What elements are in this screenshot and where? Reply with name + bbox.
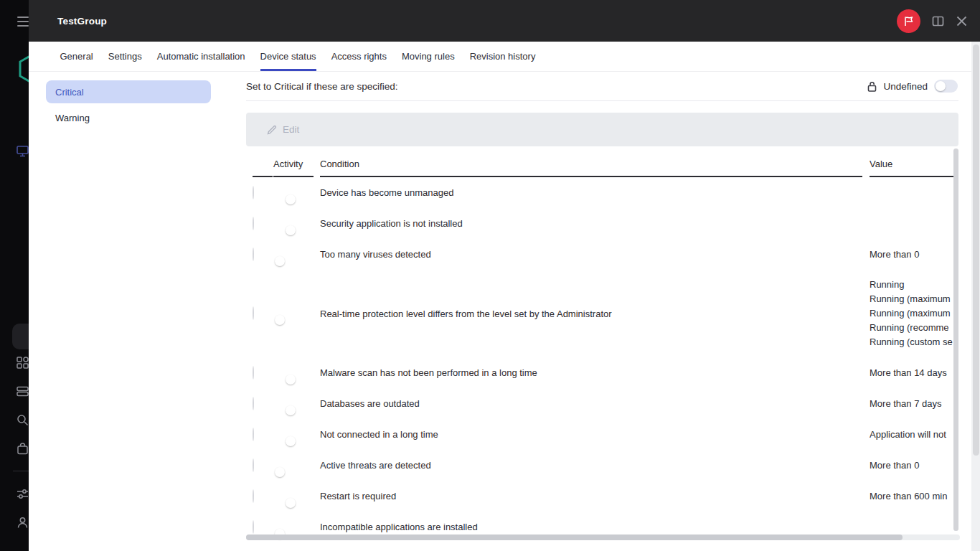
left-nav-rail xyxy=(0,0,29,551)
pencil-icon xyxy=(267,125,277,135)
rail-divider xyxy=(13,471,29,471)
condition-text: Active threats are detected xyxy=(320,460,870,471)
column-select xyxy=(246,151,273,177)
condition-value: More than 14 days xyxy=(870,358,953,388)
table-vertical-scrollbar-thumb[interactable] xyxy=(953,149,958,531)
condition-value xyxy=(870,216,953,232)
inherit-toggle[interactable] xyxy=(934,80,958,93)
value-line: Running (recomme xyxy=(870,321,953,335)
table-row: Databases are outdated More than 7 days xyxy=(246,388,958,419)
condition-text: Databases are outdated xyxy=(320,398,870,409)
close-icon[interactable] xyxy=(956,15,968,27)
value-line: More than 0 xyxy=(870,458,953,473)
value-line: Application will not xyxy=(870,428,953,442)
table-row: Not connected in a long time Application… xyxy=(246,419,958,450)
condition-value: More than 600 min xyxy=(870,481,953,512)
screen: TestGroup General Settings Automatic ins… xyxy=(0,0,980,551)
subnav-item-warning[interactable]: Warning xyxy=(46,106,211,129)
table-row: Real-time protection level differs from … xyxy=(246,270,958,357)
subnav-item-critical[interactable]: Critical xyxy=(46,80,211,103)
tab-moving-rules[interactable]: Moving rules xyxy=(402,42,455,71)
column-activity: Activity xyxy=(273,151,320,177)
row-select-radio[interactable] xyxy=(253,186,254,199)
table-horizontal-scrollbar-thumb[interactable] xyxy=(246,534,903,540)
tab-revision-history[interactable]: Revision history xyxy=(470,42,536,71)
condition-text: Security application is not installed xyxy=(320,218,870,229)
value-line: Running (custom se xyxy=(870,335,953,349)
table-vertical-scrollbar xyxy=(953,149,958,531)
condition-text: Too many viruses detected xyxy=(320,249,870,260)
user-icon[interactable] xyxy=(17,517,29,529)
row-select-radio[interactable] xyxy=(253,458,254,472)
tab-general[interactable]: General xyxy=(60,42,93,71)
condition-text: Incompatible applications are installed xyxy=(320,522,870,532)
status-subnav: Critical Warning xyxy=(29,72,244,129)
unlocked-padlock-icon xyxy=(867,81,877,92)
tab-settings[interactable]: Settings xyxy=(108,42,142,71)
condition-value xyxy=(870,185,953,201)
panel-title: TestGroup xyxy=(57,16,107,27)
value-line: More than 600 min xyxy=(870,489,953,504)
settings-sliders-icon[interactable] xyxy=(17,488,29,500)
page-scrollbar xyxy=(971,42,980,551)
condition-value: RunningRunning (maximumRunning (maximumR… xyxy=(870,270,953,357)
condition-text: Real-time protection level differs from … xyxy=(320,309,870,319)
value-line: Running xyxy=(870,278,953,292)
condition-text: Device has become unmanaged xyxy=(320,187,870,198)
tab-device-status[interactable]: Device status xyxy=(260,42,316,71)
marketplace-bag-icon[interactable] xyxy=(17,443,29,455)
value-line: More than 14 days xyxy=(870,366,953,380)
condition-value xyxy=(870,519,953,535)
table-row: Restart is required More than 600 min xyxy=(246,481,958,512)
servers-icon[interactable] xyxy=(17,385,29,397)
documentation-book-icon[interactable] xyxy=(932,15,944,27)
row-select-radio[interactable] xyxy=(253,397,254,410)
inherit-control: Undefined xyxy=(867,80,958,93)
condition-text: Restart is required xyxy=(320,491,870,501)
table-header: Activity Condition Value xyxy=(246,151,958,177)
row-select-radio[interactable] xyxy=(253,489,254,503)
inherit-label: Undefined xyxy=(883,81,928,92)
edit-button-label: Edit xyxy=(283,124,299,135)
content-header: Set to Critical if these are specified: … xyxy=(246,72,958,101)
page-scrollbar-thumb[interactable] xyxy=(973,44,979,456)
assets-grid-icon[interactable] xyxy=(17,357,29,369)
value-line: Running (maximum xyxy=(870,292,953,306)
column-value: Value xyxy=(870,151,953,177)
tab-bar: General Settings Automatic installation … xyxy=(29,42,980,72)
flag-badge-icon[interactable] xyxy=(897,9,920,33)
table-row: Device has become unmanaged xyxy=(246,177,958,208)
table-horizontal-scrollbar xyxy=(246,534,960,540)
row-select-radio[interactable] xyxy=(253,306,254,320)
table-toolbar: Edit xyxy=(246,113,958,146)
page-title: Set to Critical if these are specified: xyxy=(246,81,398,92)
active-nav-item[interactable] xyxy=(12,324,29,349)
tab-access-rights[interactable]: Access rights xyxy=(331,42,387,71)
row-select-radio[interactable] xyxy=(253,366,254,380)
value-line: More than 7 days xyxy=(870,397,953,411)
row-select-radio[interactable] xyxy=(253,520,254,534)
table-body: Device has become unmanaged Security app… xyxy=(246,177,958,542)
tab-automatic-installation[interactable]: Automatic installation xyxy=(157,42,245,71)
edit-button[interactable]: Edit xyxy=(267,124,299,135)
column-condition: Condition xyxy=(320,151,870,177)
condition-value: More than 7 days xyxy=(870,389,953,419)
devices-monitor-icon[interactable] xyxy=(17,145,29,157)
row-select-radio[interactable] xyxy=(253,217,254,230)
table-row: Active threats are detected More than 0 xyxy=(246,450,958,481)
table-row: Malware scan has not been performed in a… xyxy=(246,357,958,388)
condition-text: Malware scan has not been performed in a… xyxy=(320,367,870,378)
condition-value: More than 0 xyxy=(870,451,953,481)
condition-value: Application will not xyxy=(870,420,953,450)
row-select-radio[interactable] xyxy=(253,428,254,441)
menu-icon[interactable] xyxy=(17,17,29,27)
search-icon[interactable] xyxy=(17,414,29,426)
value-line: Running (maximum xyxy=(870,306,953,321)
table-row: Too many viruses detected More than 0 xyxy=(246,239,958,270)
device-status-content: Set to Critical if these are specified: … xyxy=(246,72,958,545)
value-line: More than 0 xyxy=(870,248,953,262)
condition-text: Not connected in a long time xyxy=(320,429,870,440)
panel-header: TestGroup xyxy=(29,0,980,42)
condition-value: More than 0 xyxy=(870,240,953,270)
row-select-radio[interactable] xyxy=(253,248,254,261)
